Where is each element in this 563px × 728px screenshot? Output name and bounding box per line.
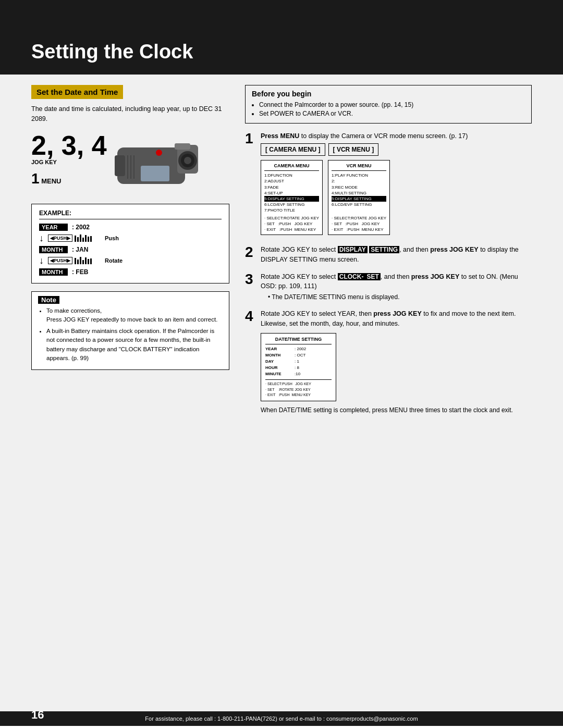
dt-day-label: DAY [265,359,291,365]
step-3-number: 3 [245,272,256,302]
set-highlight: SET [365,273,380,280]
number-labels: 2, 3, 4 JOG KEY 1 MENU [31,132,107,187]
rotate-row: ↓ ◀PUSH▶ [39,255,222,266]
description-text: The date and time is calculated, includi… [31,104,229,124]
vcr-menu-set: · SET :PUSH JOG KEY [332,221,386,227]
vcr-menu-item-7 [332,207,386,213]
rotate-visual: ◀PUSH▶ [48,257,101,264]
before-begin-list: Connect the Palmcorder to a power source… [252,101,525,117]
dt-day-value: : 1 [295,359,299,365]
camera-menu-set: · SET :PUSH JOG KEY [264,221,319,227]
push-visual: ◀PUSH▶ [48,235,101,242]
year-label: YEAR [39,224,68,231]
datetime-box: DATE/TIME SETTING YEAR : 2002 MONTH : OC… [261,333,336,401]
camera-menu-item-3: 3:FADE [264,184,319,190]
section-header: Set the Date and Time [31,85,123,99]
datetime-box-title: DATE/TIME SETTING [265,336,332,345]
dt-footer-select: · SELECT:PUSH JOG KEY [265,381,332,387]
clock-highlight: CLOCK- [338,273,365,280]
top-header [0,0,563,31]
step-3-text: Rotate JOG KEY to select CLOCK-SET, and … [261,272,532,302]
arrow-down-2: ↓ [39,255,44,266]
example-month-feb-row: MONTH : FEB [39,268,222,276]
month-label-2: MONTH [39,268,68,276]
camera-menu-box: CAMERA MENU 1:DFUNCTION 2:ADJUST 3:FADE … [261,160,323,235]
datetime-year: YEAR : 2002 [265,346,332,352]
example-box: EXAMPLE: YEAR : 2002 ↓ ◀PUSH▶ [31,204,229,283]
camera-menu-item-7: 7:PHOTO TITLE [264,207,319,213]
svg-rect-11 [141,166,169,181]
jog-visual-2 [75,257,101,264]
vcr-menu-item-6: 6:LCD/EVF SETTING [332,202,386,207]
camera-menu-item-4: 4:SET-UP [264,190,319,196]
year-value: : 2002 [72,224,90,231]
right-column: Before you begin Connect the Palmcorder … [245,85,532,422]
push-icon: ◀PUSH▶ [48,235,72,242]
big-number: 2, 3, 4 [31,132,107,159]
page-title: Setting the Clock [31,41,532,63]
step-1-number: 1 [245,131,256,238]
step-2-text: Rotate JOG KEY to select DISPLAY SETTING… [261,245,532,265]
vcr-menu-box: VCR MENU 1:PLAY FUNCTION 2: 3:REC MODE 4… [328,160,390,235]
dt-footer-exit: · EXIT :PUSH MENU KEY [265,392,332,398]
camera-menu-box-title: CAMERA MENU [264,163,319,171]
menu-section-labels: [ CAMERA MENU ] [ VCR MENU ] [261,143,532,156]
left-column: Set the Date and Time The date and time … [31,85,229,422]
note-item-1: To make corrections,Press JOG KEY repeat… [46,306,223,325]
camera-menu-select: · SELECT:ROTATE JOG KEY [264,215,319,221]
note-item-2: A built-in Battery maintains clock opera… [46,327,223,363]
datetime-month: MONTH : OCT [265,352,332,359]
vcr-menu-box-title: VCR MENU [332,163,386,171]
month-jan-value: : JAN [72,246,88,253]
step-1-sub: (p. 17) [449,132,468,140]
push-label: Push [105,235,119,241]
dt-hour-label: HOUR [265,365,291,371]
arrow-down-1: ↓ [39,233,44,244]
datetime-hour: HOUR : 8 [265,365,332,371]
example-year-row: YEAR : 2002 [39,224,222,231]
footer-text: For assistance, please call : 1-800-211-… [145,715,418,722]
example-month-jan-row: MONTH : JAN [39,246,222,253]
push-row: ↓ ◀PUSH▶ [39,233,222,244]
menu-screenshots: CAMERA MENU 1:DFUNCTION 2:ADJUST 3:FADE … [261,160,532,235]
dt-hour-value: : 8 [295,365,299,371]
step-2: 2 Rotate JOG KEY to select DISPLAY SETTI… [245,245,532,265]
setting-highlight: SETTING [369,246,399,253]
rotate-label: Rotate [105,257,123,264]
note-box: Note To make corrections,Press JOG KEY r… [31,291,229,371]
display-highlight: DISPLAY [338,246,368,253]
step-1-number: 1 [31,170,40,187]
camera-image [112,137,201,196]
jog-visual-1 [75,235,101,242]
before-begin-box: Before you begin Connect the Palmcorder … [245,85,532,124]
dt-month-value: : OCT [295,352,305,359]
step-4-number: 4 [245,309,256,415]
step-1-text: Press MENU to display the Camera or VCR … [261,131,532,238]
vcr-menu-item-1: 1:PLAY FUNCTION [332,172,386,178]
step-4: 4 Rotate JOG KEY to select YEAR, then pr… [245,309,532,415]
step-3-main: Rotate JOG KEY to select CLOCK-SET, and … [261,272,532,292]
camera-menu-item-6: 6:LCD/EVF SETTING [264,202,319,207]
bottom-footer: 16 For assistance, please call : 1-800-2… [0,711,563,726]
menu-label: MENU [41,177,61,185]
camera-menu-item-5: 5:DISPLAY SETTING [264,196,319,202]
camera-svg [112,137,201,194]
datetime-footer: · SELECT:PUSH JOG KEY · SET :ROTATE JOG … [265,379,332,398]
number-camera-row: 2, 3, 4 JOG KEY 1 MENU [31,132,229,196]
example-title: EXAMPLE: [39,209,222,219]
menu-label-area: 1 MENU [31,170,107,187]
step-4-text: Rotate JOG KEY to select YEAR, then pres… [261,309,532,415]
camera-menu-label: [ CAMERA MENU ] [261,143,325,156]
vcr-menu-item-3: 3:REC MODE [332,184,386,190]
svg-point-10 [156,150,162,156]
page-title-section: Setting the Clock [0,31,563,75]
step-2-number: 2 [245,245,256,265]
camera-menu-item-2: 2:ADJUST [264,178,319,184]
dt-year-value: : 2002 [295,346,306,352]
before-begin-item-1: Connect the Palmcorder to a power source… [259,101,525,108]
svg-rect-6 [175,143,190,150]
page-number: 16 [31,708,44,722]
svg-rect-1 [115,155,125,176]
vcr-menu-exit: · EXIT :PUSH MENU KEY [332,227,386,232]
dt-minute-value: :10 [295,371,300,377]
